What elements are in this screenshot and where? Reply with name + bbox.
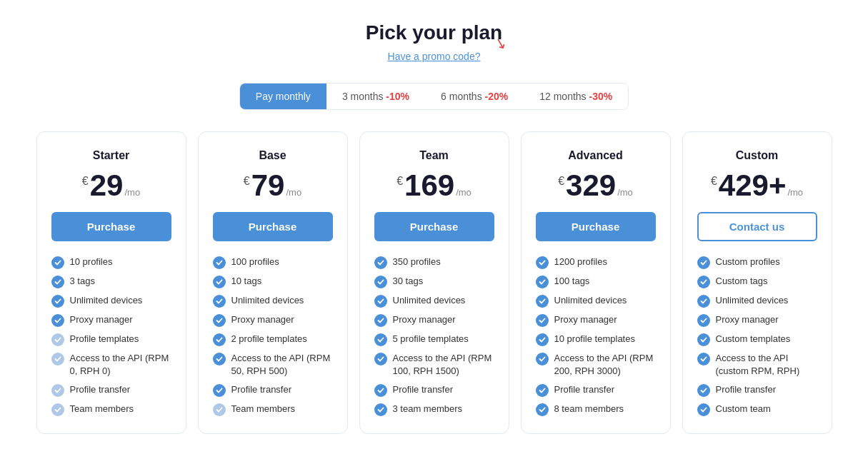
feature-text: Proxy manager: [554, 313, 617, 326]
check-icon: [374, 314, 387, 327]
feature-item: 30 tags: [374, 275, 494, 288]
features-list: Custom profiles Custom tags Unlimited de: [697, 256, 817, 416]
price-amount: 429+: [719, 171, 787, 201]
check-icon: [374, 403, 387, 416]
feature-text: Access to the API (RPM 50, RPH 500): [231, 352, 333, 378]
feature-item: Profile templates: [51, 333, 171, 346]
plan-card-base: Base € 79 /mo Purchase 100 profiles: [198, 131, 348, 434]
tab-monthly[interactable]: Pay monthly: [240, 84, 326, 109]
feature-item: Access to the API (RPM 200, RPH 3000): [536, 352, 656, 378]
check-icon: [51, 333, 64, 346]
price-period: /mo: [456, 187, 472, 198]
feature-item: 3 team members: [374, 403, 494, 416]
feature-text: Profile templates: [70, 333, 139, 345]
plan-name: Team: [374, 149, 494, 162]
feature-item: Profile transfer: [697, 383, 817, 397]
feature-item: Access to the API (RPM 0, RPH 0): [51, 352, 171, 378]
feature-item: Access to the API (RPM 50, RPH 500): [213, 352, 333, 378]
check-icon: [51, 256, 64, 269]
feature-item: 350 profiles: [374, 256, 494, 269]
check-icon: [697, 276, 710, 288]
feature-text: Custom tags: [716, 275, 768, 288]
feature-text: 3 team members: [393, 403, 463, 415]
purchase-button[interactable]: Purchase: [51, 212, 171, 241]
check-icon: [536, 314, 549, 327]
tab-3months[interactable]: 3 months -10%: [326, 84, 425, 109]
feature-text: 100 tags: [554, 275, 590, 288]
feature-text: Profile transfer: [716, 383, 777, 396]
feature-item: 5 profile templates: [374, 333, 494, 346]
price-period: /mo: [787, 187, 803, 198]
check-icon: [374, 256, 387, 269]
feature-item: 100 profiles: [213, 256, 333, 269]
check-icon: [51, 384, 64, 397]
check-icon: [213, 403, 226, 416]
features-list: 350 profiles 30 tags Unlimited devices: [374, 256, 494, 416]
feature-item: 10 profile templates: [536, 333, 656, 346]
plan-price: € 29 /mo: [51, 171, 171, 201]
feature-item: 8 team members: [536, 403, 656, 416]
feature-text: Access to the API (custom RPM, RPH): [716, 352, 817, 378]
feature-text: Profile transfer: [554, 383, 615, 396]
tab-12months[interactable]: 12 months -30%: [524, 84, 628, 109]
feature-item: Team members: [51, 403, 171, 416]
price-amount: 329: [566, 171, 616, 201]
plans-container: Starter € 29 /mo Purchase 10 profiles: [14, 131, 854, 434]
feature-text: 8 team members: [554, 403, 624, 415]
feature-item: Profile transfer: [213, 383, 333, 397]
price-currency: €: [244, 171, 250, 188]
feature-text: Proxy manager: [231, 313, 294, 326]
feature-item: Team members: [213, 403, 333, 416]
price-period: /mo: [617, 187, 633, 198]
plan-name: Base: [213, 149, 333, 162]
contact-button[interactable]: Contact us: [697, 212, 817, 241]
purchase-button[interactable]: Purchase: [374, 212, 494, 241]
check-icon: [536, 256, 549, 269]
price-currency: €: [82, 171, 89, 188]
feature-text: Access to the API (RPM 0, RPH 0): [70, 352, 171, 378]
check-icon: [697, 353, 710, 365]
price-currency: €: [396, 171, 403, 188]
feature-text: Profile transfer: [231, 383, 292, 396]
feature-item: Custom team: [697, 403, 817, 416]
check-icon: [374, 333, 387, 346]
feature-text: 10 profiles: [70, 256, 113, 268]
check-icon: [51, 353, 64, 365]
price-currency: €: [558, 171, 564, 188]
check-icon: [697, 295, 710, 308]
feature-item: Proxy manager: [51, 313, 171, 327]
check-icon: [374, 295, 387, 308]
check-icon: [374, 384, 387, 397]
check-icon: [51, 314, 64, 327]
check-icon: [697, 333, 710, 346]
feature-text: 2 profile templates: [231, 333, 307, 345]
feature-text: Profile transfer: [393, 383, 454, 396]
feature-text: Proxy manager: [393, 313, 456, 326]
feature-item: 3 tags: [51, 275, 171, 288]
feature-text: 10 profile templates: [554, 333, 635, 345]
feature-text: Access to the API (RPM 200, RPH 3000): [554, 352, 656, 378]
feature-item: 10 tags: [213, 275, 333, 288]
feature-text: 30 tags: [393, 275, 424, 288]
feature-item: 100 tags: [536, 275, 656, 288]
check-icon: [697, 403, 710, 416]
feature-text: 350 profiles: [393, 256, 441, 268]
check-icon: [536, 333, 549, 346]
feature-text: Proxy manager: [716, 313, 779, 326]
check-icon: [213, 384, 226, 397]
check-icon: [697, 384, 710, 397]
price-amount: 169: [404, 171, 454, 201]
check-icon: [374, 276, 387, 288]
plan-card-team: Team € 169 /mo Purchase 350 profiles: [359, 131, 509, 434]
promo-link[interactable]: Have a promo code?: [388, 51, 481, 62]
features-list: 100 profiles 10 tags Unlimited devices: [213, 256, 333, 416]
purchase-button[interactable]: Purchase: [536, 212, 656, 241]
feature-item: Proxy manager: [374, 313, 494, 327]
check-icon: [536, 384, 549, 397]
purchase-button[interactable]: Purchase: [213, 212, 333, 241]
feature-text: Custom templates: [716, 333, 791, 345]
plan-card-starter: Starter € 29 /mo Purchase 10 profiles: [36, 131, 186, 434]
feature-text: 1200 profiles: [554, 256, 607, 268]
feature-item: Custom profiles: [697, 256, 817, 269]
tab-6months[interactable]: 6 months -20%: [425, 84, 524, 109]
